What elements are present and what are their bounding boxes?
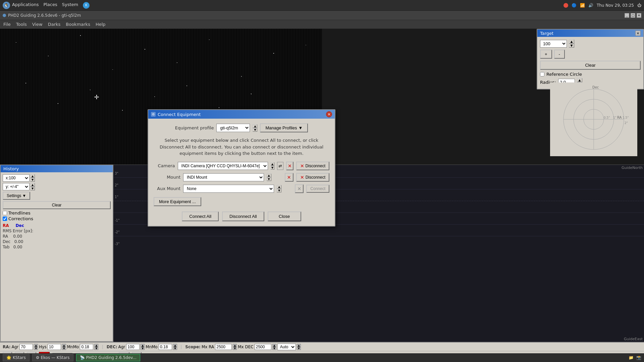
mx-dec-up[interactable]: ▲ xyxy=(272,344,276,347)
mount-down-arrow[interactable]: ▼ xyxy=(267,177,271,181)
camera-up-arrow[interactable]: ▲ xyxy=(271,162,274,166)
disconnect-all-btn[interactable]: Disconnect All xyxy=(222,212,264,221)
hys-input[interactable] xyxy=(48,344,61,350)
menu-tools[interactable]: Tools xyxy=(16,22,27,27)
menu-help[interactable]: Help xyxy=(96,22,106,27)
y-up-arrow[interactable]: ▲ xyxy=(30,183,35,187)
close-btn[interactable]: Close xyxy=(268,212,301,221)
mx-dec-spinner[interactable]: ▲ ▼ xyxy=(272,344,276,350)
dec-agr-spinner[interactable]: ▲ ▼ xyxy=(141,344,145,350)
mx-dec-down[interactable]: ▼ xyxy=(272,347,276,350)
camera-disconnect-btn[interactable]: ✕ Disconnect xyxy=(296,162,329,170)
taskbar-ekos-app[interactable]: ⚙ Ekos — KStars xyxy=(32,354,73,361)
camera-share-btn[interactable]: ⇄ xyxy=(277,162,283,170)
manage-profiles-btn[interactable]: Manage Profiles ▼ xyxy=(260,123,308,132)
menu-darks[interactable]: Darks xyxy=(48,22,61,27)
minimize-btn[interactable]: _ xyxy=(625,13,629,18)
ra-group: RA: Agr ▲ ▼ Hys ▲ ▼ MnMo ▲ ▼ xyxy=(3,344,98,350)
camera-status-btn[interactable]: ✕ xyxy=(286,162,293,170)
hys-spinner[interactable]: ▲ ▼ xyxy=(62,344,66,350)
aux-mount-select[interactable]: None xyxy=(183,185,274,193)
mount-disconnect-btn[interactable]: ✕ Disconnect xyxy=(296,173,329,182)
aux-mount-down-arrow[interactable]: ▼ xyxy=(277,189,281,192)
mx-ra-down[interactable]: ▼ xyxy=(233,347,237,350)
dec-mnmo-up[interactable]: ▲ xyxy=(173,344,177,347)
mount-status-btn[interactable]: ✕ xyxy=(285,173,293,182)
history-x-select[interactable]: x:100 x:50 xyxy=(3,174,30,182)
menu-bar[interactable]: File Tools View Darks Bookmarks Help xyxy=(0,20,644,29)
x-up-arrow[interactable]: ▲ xyxy=(30,174,35,178)
dialog-actions: Connect All Disconnect All Close xyxy=(154,209,329,221)
target-close-btn[interactable]: ✕ xyxy=(635,31,641,36)
dec-agr-down[interactable]: ▼ xyxy=(141,347,145,350)
param-separator: | xyxy=(102,344,103,349)
y-down-arrow[interactable]: ▼ xyxy=(30,187,35,190)
target-value-select[interactable]: 100 50 25 xyxy=(540,40,567,48)
auto-up[interactable]: ▲ xyxy=(297,344,301,347)
hys-down[interactable]: ▼ xyxy=(62,347,66,350)
dec-mnmo-down[interactable]: ▼ xyxy=(173,347,177,350)
mount-select[interactable]: INDI Mount xyxy=(183,173,264,181)
target-clear-btn[interactable]: Clear xyxy=(540,61,641,70)
profile-down-arrow[interactable]: ▼ xyxy=(253,128,257,132)
menu-view[interactable]: View xyxy=(32,22,43,27)
ref-circle-row: Reference Circle xyxy=(540,72,641,77)
ekos-label: Ekos — KStars xyxy=(41,355,70,360)
x-down-arrow[interactable]: ▼ xyxy=(30,178,35,182)
settings-btn[interactable]: Settings ▼ xyxy=(3,192,30,200)
ra-agr-up[interactable]: ▲ xyxy=(34,344,38,347)
dec-mnmo-input[interactable] xyxy=(159,344,172,350)
target-plus-btn[interactable]: + xyxy=(540,50,552,59)
menu-file[interactable]: File xyxy=(3,22,11,27)
aux-mount-connect-btn[interactable]: Connect xyxy=(306,185,329,193)
mx-ra-up[interactable]: ▲ xyxy=(233,344,237,347)
ra-agr-input[interactable] xyxy=(19,344,33,350)
dialog-close-btn[interactable]: ✕ xyxy=(326,111,332,117)
aux-mount-up-arrow[interactable]: ▲ xyxy=(277,185,281,189)
profile-up-arrow[interactable]: ▲ xyxy=(253,124,257,128)
trendlines-checkbox[interactable] xyxy=(3,211,7,215)
connect-all-btn[interactable]: Connect All xyxy=(182,212,219,221)
ref-circle-checkbox[interactable] xyxy=(540,72,544,76)
radius-up-arrow[interactable]: ▲ xyxy=(577,78,582,82)
ra-agr-spinner[interactable]: ▲ ▼ xyxy=(34,344,38,350)
mount-up-arrow[interactable]: ▲ xyxy=(267,174,271,177)
value-up-arrow[interactable]: ▲ xyxy=(569,40,574,44)
camera-select[interactable]: INDI Camera [QHY CCD QHYSLI-M-6047e] xyxy=(178,162,268,170)
target-value-row: 100 50 25 ▲ ▼ xyxy=(540,40,641,48)
history-y-select[interactable]: y: +/-4" y: +/-2" xyxy=(3,183,30,190)
taskbar-menu[interactable]: Applications Places System K xyxy=(12,2,90,9)
auto-spinner[interactable]: ▲ ▼ xyxy=(297,344,301,350)
mx-ra-input[interactable] xyxy=(215,344,232,350)
more-equipment-btn[interactable]: More Equipment ... xyxy=(154,197,201,206)
dec-mnmo-spinner[interactable]: ▲ ▼ xyxy=(173,344,177,350)
menu-bookmarks[interactable]: Bookmarks xyxy=(66,22,90,27)
maximize-btn[interactable]: □ xyxy=(631,13,635,18)
mx-ra-spinner[interactable]: ▲ ▼ xyxy=(233,344,237,350)
close-btn[interactable]: ✕ xyxy=(637,13,641,18)
ra-mnmo-input[interactable] xyxy=(80,344,93,350)
ra-mnmo-spinner[interactable]: ▲ ▼ xyxy=(94,344,98,350)
dec-agr-input[interactable] xyxy=(126,344,140,350)
value-down-arrow[interactable]: ▼ xyxy=(569,44,574,48)
auto-select[interactable]: Auto xyxy=(277,344,296,350)
corrections-checkbox[interactable] xyxy=(3,217,7,221)
mx-dec-input[interactable] xyxy=(255,344,271,350)
taskbar-phd2-app[interactable]: 📡 PHD2 Guiding 2.6.5dev... xyxy=(76,354,140,361)
ra-agr-down[interactable]: ▼ xyxy=(34,347,38,350)
history-clear-btn[interactable]: Clear xyxy=(3,201,111,209)
camera-down-arrow[interactable]: ▼ xyxy=(271,166,274,170)
taskbar-system[interactable]: System xyxy=(62,2,78,9)
target-minus-btn[interactable]: - xyxy=(554,50,565,59)
ra-mnmo-down[interactable]: ▼ xyxy=(94,347,98,350)
hys-up[interactable]: ▲ xyxy=(62,344,66,347)
profile-select[interactable]: gti-q5l2m xyxy=(216,124,250,132)
dec-agr-up[interactable]: ▲ xyxy=(141,344,145,347)
ra-mnmo-up[interactable]: ▲ xyxy=(94,344,98,347)
aux-mount-status-btn[interactable]: ✕ xyxy=(295,184,304,193)
taskbar-places[interactable]: Places xyxy=(43,2,57,9)
auto-down[interactable]: ▼ xyxy=(297,347,301,350)
taskbar-applications[interactable]: Applications xyxy=(12,2,39,9)
svg-text:RA: RA xyxy=(617,116,622,119)
taskbar-kstars-app[interactable]: 🌟 KStars xyxy=(3,354,30,361)
